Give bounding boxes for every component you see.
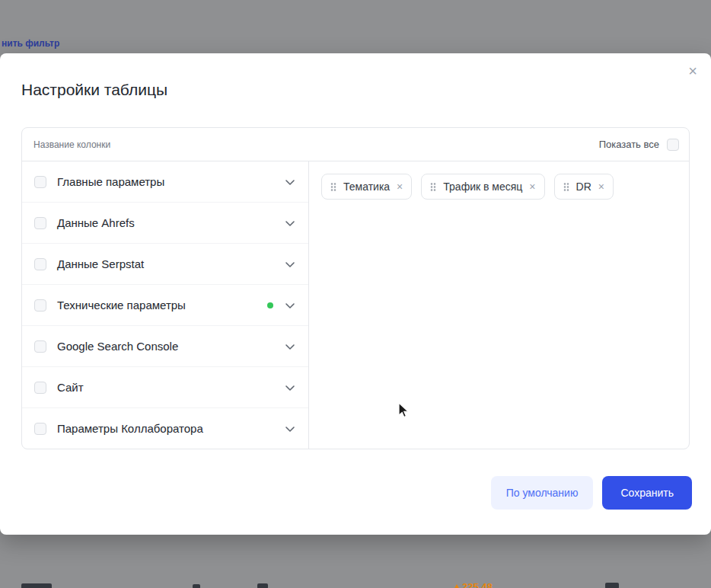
chevron-down-icon — [284, 176, 296, 188]
category-checkbox[interactable] — [34, 217, 46, 229]
category-label: Данные Serpstat — [57, 257, 284, 270]
drag-handle-icon[interactable] — [330, 182, 336, 192]
chevron-down-icon — [284, 217, 296, 229]
modal-title: Настройки таблицы — [21, 81, 167, 99]
category-checkbox[interactable] — [34, 299, 46, 312]
background-metric-value: 225.48 — [462, 581, 493, 588]
background-text-fragment — [605, 583, 619, 588]
save-button[interactable]: Сохранить — [602, 476, 692, 510]
category-label: Параметры Коллаборатора — [57, 422, 284, 435]
chevron-down-icon — [284, 423, 296, 435]
category-row-collaborator-params[interactable]: Параметры Коллаборатора — [22, 408, 308, 449]
category-row-main-params[interactable]: Главные параметры — [22, 161, 308, 203]
background-filter-link[interactable]: нить фильтр — [2, 38, 59, 49]
chip-remove-icon[interactable]: × — [529, 181, 535, 192]
close-icon[interactable]: × — [684, 62, 702, 81]
trend-up-icon — [454, 584, 460, 588]
modal-footer: По умолчанию Сохранить — [491, 476, 692, 510]
category-checkbox[interactable] — [34, 176, 46, 188]
show-all-control[interactable]: Показать все — [599, 139, 679, 151]
chip-tematika[interactable]: Тематика × — [321, 174, 412, 200]
chip-remove-icon[interactable]: × — [598, 181, 604, 192]
category-checkbox[interactable] — [34, 382, 46, 394]
category-row-technical-params[interactable]: Технические параметры — [22, 285, 308, 326]
category-checkbox[interactable] — [34, 258, 46, 270]
category-row-site[interactable]: Сайт — [22, 367, 308, 408]
category-row-google-search-console[interactable]: Google Search Console — [22, 326, 308, 367]
category-row-serpstat[interactable]: Данные Serpstat — [22, 244, 308, 285]
category-checkbox[interactable] — [34, 340, 46, 353]
chip-label: Тематика — [343, 181, 390, 193]
chevron-down-icon — [284, 382, 296, 394]
show-all-label: Показать все — [599, 139, 659, 150]
chip-remove-icon[interactable]: × — [397, 181, 403, 192]
drag-handle-icon[interactable] — [563, 182, 569, 192]
category-label: Главные параметры — [57, 175, 284, 188]
background-text-fragment — [193, 584, 200, 588]
background-metric: 225.48 — [454, 581, 493, 588]
chip-label: Трафик в месяц — [443, 181, 522, 193]
default-button[interactable]: По умолчанию — [491, 476, 594, 510]
show-all-checkbox[interactable] — [667, 139, 679, 151]
background-text-fragment — [21, 583, 52, 588]
chevron-down-icon — [284, 258, 296, 270]
category-label: Данные Ahrefs — [57, 216, 284, 229]
background-text-fragment — [257, 583, 268, 588]
panel-body: Главные параметры Данные Ahrefs Данные S… — [22, 161, 689, 449]
selected-columns-area: Тематика × Трафик в месяц × DR × — [309, 161, 689, 449]
columns-panel: Название колонки Показать все Главные па… — [21, 127, 690, 449]
category-label: Технические параметры — [57, 299, 267, 312]
chevron-down-icon — [284, 299, 296, 312]
category-label: Сайт — [57, 381, 284, 394]
category-label: Google Search Console — [57, 340, 284, 353]
category-row-ahrefs[interactable]: Данные Ahrefs — [22, 203, 308, 244]
panel-header: Название колонки Показать все — [22, 128, 689, 161]
column-name-header: Название колонки — [33, 139, 110, 150]
chevron-down-icon — [284, 340, 296, 353]
green-indicator-dot — [267, 302, 273, 308]
chip-dr[interactable]: DR × — [554, 174, 614, 200]
chip-label: DR — [576, 181, 591, 193]
drag-handle-icon[interactable] — [430, 182, 436, 192]
category-list: Главные параметры Данные Ahrefs Данные S… — [22, 161, 309, 449]
category-checkbox[interactable] — [34, 423, 46, 435]
table-settings-modal: × Настройки таблицы Название колонки Пок… — [0, 53, 711, 535]
chip-trafik-v-mesyac[interactable]: Трафик в месяц × — [421, 174, 544, 200]
